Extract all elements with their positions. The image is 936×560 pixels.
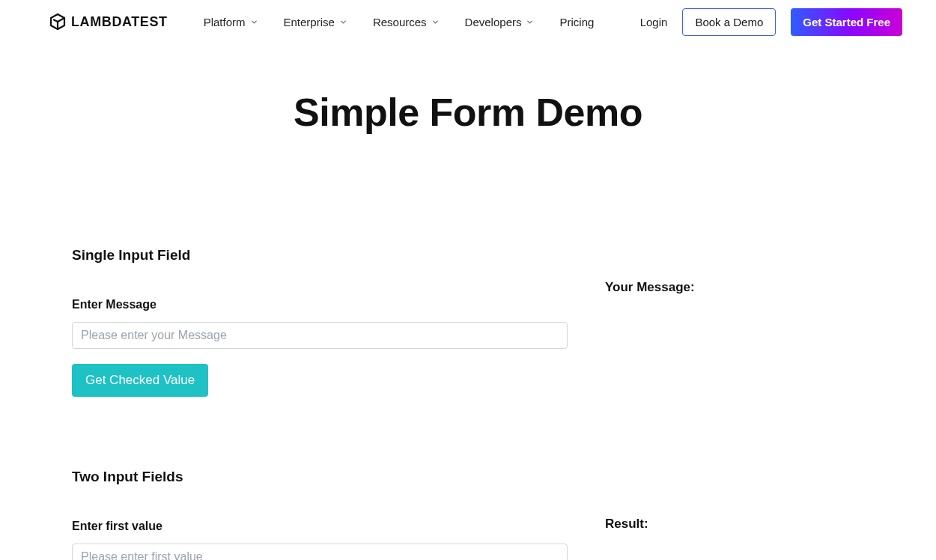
brand-logo[interactable]: LAMBDATEST — [49, 13, 168, 31]
main-nav: Platform Enterprise Resources Developers… — [204, 16, 595, 28]
nav-platform[interactable]: Platform — [204, 16, 258, 28]
nav-platform-label: Platform — [204, 16, 246, 28]
nav-right: Login Book a Demo Get Started Free — [640, 8, 902, 36]
page-title: Simple Form Demo — [0, 90, 936, 135]
two-input-heading: Two Input Fields — [72, 469, 568, 485]
two-input-section: Two Input Fields Enter first value — [72, 469, 568, 560]
nav-resources[interactable]: Resources — [373, 16, 440, 28]
first-value-input[interactable] — [72, 544, 568, 560]
nav-pricing[interactable]: Pricing — [559, 16, 594, 28]
chevron-down-icon — [431, 18, 440, 26]
nav-developers[interactable]: Developers — [465, 16, 535, 28]
nav-pricing-label: Pricing — [559, 16, 594, 28]
chevron-down-icon — [526, 18, 534, 26]
result-heading: Result: — [605, 517, 891, 532]
brand-text: LAMBDATEST — [71, 14, 168, 30]
book-demo-button[interactable]: Book a Demo — [682, 8, 776, 36]
get-checked-value-button[interactable]: Get Checked Value — [72, 364, 208, 397]
left-column: Single Input Field Enter Message Get Che… — [72, 247, 568, 560]
content: Single Input Field Enter Message Get Che… — [0, 247, 936, 560]
get-started-button[interactable]: Get Started Free — [791, 8, 902, 36]
your-message-heading: Your Message: — [605, 280, 891, 295]
single-input-heading: Single Input Field — [72, 247, 568, 264]
login-link[interactable]: Login — [640, 16, 668, 28]
nav-resources-label: Resources — [373, 16, 427, 28]
message-label: Enter Message — [72, 298, 568, 311]
right-column: Your Message: Result: — [605, 247, 891, 560]
message-input[interactable] — [72, 322, 568, 349]
chevron-down-icon — [250, 18, 258, 26]
first-value-label: Enter first value — [72, 520, 568, 533]
nav-developers-label: Developers — [465, 16, 522, 28]
single-input-section: Single Input Field Enter Message Get Che… — [72, 247, 568, 397]
header: LAMBDATEST Platform Enterprise Resources… — [0, 0, 936, 43]
chevron-down-icon — [339, 18, 347, 26]
brand-logo-icon — [49, 13, 67, 31]
nav-enterprise-label: Enterprise — [284, 16, 335, 28]
nav-enterprise[interactable]: Enterprise — [284, 16, 347, 28]
